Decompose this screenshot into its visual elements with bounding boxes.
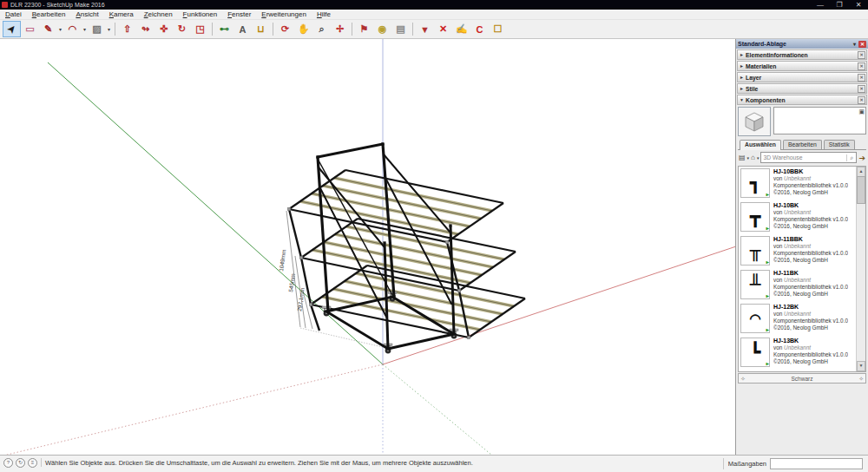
tab-bearbeiten[interactable]: Bearbeiten (783, 140, 822, 149)
tab-auswählen[interactable]: Auswählen (740, 140, 781, 150)
tab-statistik[interactable]: Statistik (824, 140, 855, 149)
tray-title: Standard-Ablage (738, 41, 786, 47)
arc-tool[interactable]: ◠ (63, 21, 82, 37)
list-item[interactable]: ◠▶HJ-12BKvon UnbekanntKomponentenbibliot… (739, 302, 857, 336)
component-library: Komponentenbibliothek v1.0.0 (773, 318, 848, 324)
list-item[interactable]: ┗▶HJ-13BKvon UnbekanntKomponentenbibliot… (739, 336, 857, 370)
pan-tool[interactable]: ✋ (294, 21, 312, 37)
list-scrollbar[interactable]: ▲ ▼ (856, 167, 865, 371)
title-bar: DLR 22300 - SketchUp Make 2016 —❐✕ (0, 0, 868, 10)
home-icon[interactable]: ⌂ (751, 154, 755, 162)
menu-hilfe[interactable]: Hilfe (312, 10, 336, 19)
help-icon[interactable]: ? (3, 458, 13, 468)
instructor-icon[interactable]: ≡ (28, 458, 37, 468)
move-tool[interactable]: ✜ (155, 21, 173, 37)
maximize-button[interactable]: ❐ (830, 0, 849, 10)
scale-icon: ◳ (195, 23, 204, 35)
measurements-input[interactable] (770, 458, 863, 469)
pipe-joint-icon: ┳ (750, 206, 761, 227)
menu-bar: DateiBearbeitenAnsichtKameraZeichnenFunk… (0, 10, 868, 20)
menu-datei[interactable]: Datei (0, 10, 27, 19)
section-label: Elementinformationen (746, 52, 808, 58)
menu-zeichnen[interactable]: Zeichnen (139, 10, 178, 19)
position-camera-tool[interactable]: ⚑ (355, 21, 373, 37)
plugin-c-button[interactable]: C (470, 21, 489, 37)
section-close-icon[interactable]: ✕ (858, 96, 865, 104)
paint-bucket-tool[interactable]: ⊔ (252, 21, 270, 37)
component-name-icon[interactable]: ▣ (858, 108, 865, 115)
orbit-tool[interactable]: ⟳ (276, 21, 294, 37)
app-logo-icon (2, 2, 8, 8)
section-komponenten[interactable]: ▼ Komponenten ✕ (737, 95, 867, 105)
plugin-note-icon: ✍ (456, 23, 468, 35)
scroll-down-icon[interactable]: ▼ (857, 361, 865, 371)
zoom-tool[interactable]: ⌕ (312, 21, 331, 37)
component-name-field[interactable]: ▣ (773, 107, 866, 134)
section-stile[interactable]: ►Stile✕ (737, 83, 867, 94)
toolbar: ➤▭✎▾◠▾▨▾⇧↬✜↻◳⊷A⊔⟳✋⌕✢⚑◉▤▼✕✍C☐ (0, 20, 868, 39)
menu-bearbeiten[interactable]: Bearbeiten (27, 10, 71, 19)
section-materialien[interactable]: ►Materialien✕ (737, 61, 867, 71)
section-close-icon[interactable]: ✕ (858, 85, 865, 93)
rectangle-tool[interactable]: ▨ (88, 21, 106, 37)
toolbar-separator (412, 23, 413, 36)
menu-kamera[interactable]: Kamera (104, 10, 139, 19)
component-thumbnail: ╥▶ (740, 236, 770, 266)
warehouse-search-input[interactable]: 3D Warehouse ⌕ (760, 152, 857, 163)
zoom-extents-tool[interactable]: ✢ (331, 21, 349, 37)
plugin-box-button[interactable]: ☐ (489, 21, 507, 37)
close-button[interactable]: ✕ (849, 0, 868, 10)
home-caret-icon[interactable]: ▾ (757, 155, 760, 161)
eraser-tool[interactable]: ▭ (21, 21, 39, 37)
menu-erweiterungen[interactable]: Erweiterungen (256, 10, 312, 19)
tray-close-icon[interactable]: ✕ (858, 41, 866, 48)
dynamic-component-icon: ▶ (766, 327, 769, 332)
orbit-hint-icon[interactable]: ↻ (16, 458, 25, 468)
toolbar-separator (212, 23, 213, 36)
model-viewport[interactable]: 1049mm 545mm 297,1mm (0, 39, 736, 455)
line-tool-dropdown-icon[interactable]: ▾ (57, 26, 63, 32)
search-icon[interactable]: ⌕ (846, 154, 856, 161)
section-close-icon[interactable]: ✕ (858, 51, 865, 59)
paint-bucket-icon: ⊔ (257, 23, 265, 35)
dimension-icon: A (240, 24, 247, 35)
menu-fenster[interactable]: Fenster (222, 10, 256, 19)
list-item[interactable]: ┳▶HJ-10BKvon UnbekanntKomponentenbibliot… (739, 200, 857, 234)
select-tool[interactable]: ➤ (3, 21, 21, 37)
list-item[interactable]: ╨▶HJ-11BKvon UnbekanntKomponentenbibliot… (739, 268, 857, 302)
plugin-delete-button[interactable]: ✕ (434, 21, 452, 37)
menu-ansicht[interactable]: Ansicht (70, 10, 103, 19)
section-elementinformationen[interactable]: ►Elementinformationen✕ (737, 49, 867, 60)
tray-autohide-icon[interactable]: ▾ (851, 41, 858, 48)
toolbar-separator (273, 23, 273, 36)
scale-tool[interactable]: ◳ (191, 21, 209, 37)
arc-tool-dropdown-icon[interactable]: ▾ (82, 26, 88, 32)
view-options-icon[interactable]: ▤ (739, 154, 746, 162)
rotate-tool[interactable]: ↻ (173, 21, 191, 37)
navigate-arrow-icon[interactable]: ➔ (858, 154, 865, 162)
minimize-button[interactable]: — (811, 0, 830, 10)
plugin-dropdown-button[interactable]: ▼ (416, 21, 434, 37)
followme-tool[interactable]: ↬ (136, 21, 155, 37)
view-options-caret-icon[interactable]: ▾ (747, 155, 750, 161)
rectangle-tool-dropdown-icon[interactable]: ▾ (106, 26, 112, 32)
pushpull-tool[interactable]: ⇧ (118, 21, 136, 37)
tape-measure-tool[interactable]: ⊷ (215, 21, 233, 37)
list-item[interactable]: ╥▶HJ-11BBKvon UnbekanntKomponentenbiblio… (739, 234, 857, 268)
scrollbar-thumb[interactable] (857, 176, 865, 204)
dimension-tool[interactable]: A (233, 21, 252, 37)
rotate-icon: ↻ (178, 23, 186, 35)
section-layer[interactable]: ►Layer✕ (737, 72, 867, 82)
walk-tool[interactable]: ▤ (391, 21, 410, 37)
pipe-joint-icon: ╥ (750, 240, 761, 261)
line-tool[interactable]: ✎ (39, 21, 57, 37)
plugin-note-button[interactable]: ✍ (452, 21, 470, 37)
menu-funktionen[interactable]: Funktionen (178, 10, 223, 19)
list-item[interactable]: ┓▶HJ-10BBKvon UnbekanntKomponentenbiblio… (739, 167, 857, 200)
look-around-tool[interactable]: ◉ (373, 21, 391, 37)
pipe-joint-icon: ┗ (750, 342, 761, 363)
section-close-icon[interactable]: ✕ (858, 62, 865, 70)
footer-next-icon[interactable]: ✧ (858, 375, 864, 383)
list-item-partial (739, 370, 857, 372)
section-close-icon[interactable]: ✕ (858, 74, 865, 82)
